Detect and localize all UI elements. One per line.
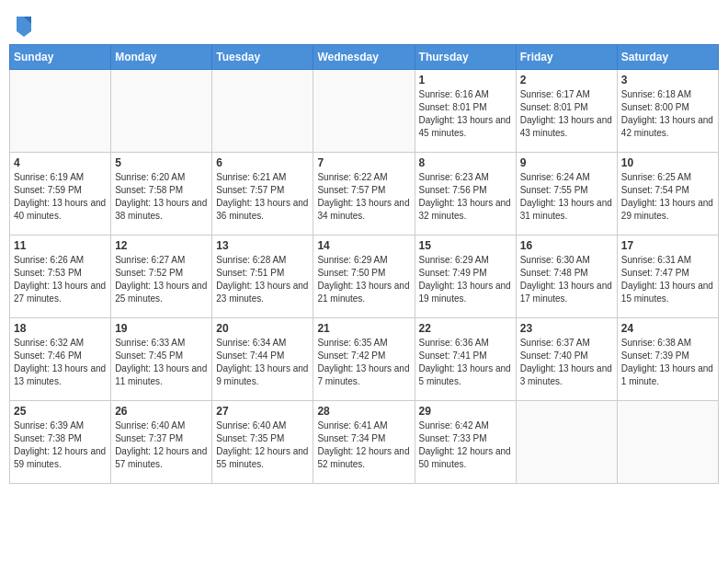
page-header [9, 9, 719, 39]
day-number: 16 [520, 239, 613, 252]
day-number: 25 [14, 405, 107, 418]
day-number: 10 [621, 156, 714, 169]
day-info: Sunrise: 6:38 AM Sunset: 7:39 PM Dayligh… [621, 337, 714, 388]
day-info: Sunrise: 6:39 AM Sunset: 7:38 PM Dayligh… [14, 419, 107, 471]
logo-icon [13, 13, 35, 39]
day-number: 3 [621, 74, 714, 86]
calendar-day-cell: 20Sunrise: 6:34 AM Sunset: 7:44 PM Dayli… [212, 318, 313, 401]
day-info: Sunrise: 6:22 AM Sunset: 7:57 PM Dayligh… [317, 171, 410, 223]
day-number: 6 [216, 156, 309, 169]
calendar-day-cell: 14Sunrise: 6:29 AM Sunset: 7:50 PM Dayli… [313, 236, 415, 318]
calendar-day-cell: 24Sunrise: 6:38 AM Sunset: 7:39 PM Dayli… [617, 318, 718, 401]
calendar-day-cell [212, 70, 313, 153]
day-of-week-header: Monday [111, 45, 212, 70]
day-info: Sunrise: 6:42 AM Sunset: 7:33 PM Dayligh… [419, 419, 512, 471]
days-of-week-row: SundayMondayTuesdayWednesdayThursdayFrid… [10, 45, 719, 70]
day-number: 22 [419, 322, 512, 335]
day-number: 26 [115, 405, 208, 418]
day-info: Sunrise: 6:40 AM Sunset: 7:35 PM Dayligh… [216, 419, 309, 471]
day-number: 13 [216, 239, 309, 252]
calendar-day-cell: 21Sunrise: 6:35 AM Sunset: 7:42 PM Dayli… [313, 318, 415, 401]
calendar-day-cell: 7Sunrise: 6:22 AM Sunset: 7:57 PM Daylig… [313, 153, 415, 236]
day-info: Sunrise: 6:32 AM Sunset: 7:46 PM Dayligh… [14, 337, 107, 388]
day-of-week-header: Thursday [415, 45, 516, 70]
calendar-day-cell: 1Sunrise: 6:16 AM Sunset: 8:01 PM Daylig… [415, 70, 516, 153]
day-info: Sunrise: 6:29 AM Sunset: 7:49 PM Dayligh… [419, 254, 512, 305]
day-number: 21 [317, 322, 410, 335]
day-number: 27 [216, 405, 309, 418]
calendar-day-cell: 9Sunrise: 6:24 AM Sunset: 7:55 PM Daylig… [516, 153, 617, 236]
day-number: 20 [216, 322, 309, 335]
day-number: 24 [621, 322, 714, 335]
calendar-day-cell [313, 70, 415, 153]
calendar-day-cell: 15Sunrise: 6:29 AM Sunset: 7:49 PM Dayli… [415, 236, 516, 318]
calendar-day-cell [10, 70, 111, 153]
day-number: 23 [520, 322, 613, 335]
calendar-week-row: 4Sunrise: 6:19 AM Sunset: 7:59 PM Daylig… [10, 153, 719, 236]
day-number: 9 [520, 156, 613, 169]
day-info: Sunrise: 6:36 AM Sunset: 7:41 PM Dayligh… [419, 337, 512, 388]
calendar-day-cell [111, 70, 212, 153]
day-info: Sunrise: 6:28 AM Sunset: 7:51 PM Dayligh… [216, 254, 309, 305]
calendar-day-cell: 26Sunrise: 6:40 AM Sunset: 7:37 PM Dayli… [111, 401, 212, 484]
day-info: Sunrise: 6:18 AM Sunset: 8:00 PM Dayligh… [621, 88, 714, 140]
logo [9, 13, 35, 39]
day-info: Sunrise: 6:33 AM Sunset: 7:45 PM Dayligh… [115, 337, 208, 388]
day-number: 18 [14, 322, 107, 335]
calendar-day-cell: 16Sunrise: 6:30 AM Sunset: 7:48 PM Dayli… [516, 236, 617, 318]
day-number: 2 [520, 74, 613, 86]
day-info: Sunrise: 6:35 AM Sunset: 7:42 PM Dayligh… [317, 337, 410, 388]
day-of-week-header: Saturday [617, 45, 718, 70]
calendar-week-row: 11Sunrise: 6:26 AM Sunset: 7:53 PM Dayli… [10, 236, 719, 318]
day-info: Sunrise: 6:25 AM Sunset: 7:54 PM Dayligh… [621, 171, 714, 223]
calendar-day-cell: 8Sunrise: 6:23 AM Sunset: 7:56 PM Daylig… [415, 153, 516, 236]
day-number: 14 [317, 239, 410, 252]
calendar-week-row: 1Sunrise: 6:16 AM Sunset: 8:01 PM Daylig… [10, 70, 719, 153]
calendar-day-cell: 5Sunrise: 6:20 AM Sunset: 7:58 PM Daylig… [111, 153, 212, 236]
day-of-week-header: Friday [516, 45, 617, 70]
calendar-body: 1Sunrise: 6:16 AM Sunset: 8:01 PM Daylig… [10, 70, 719, 484]
calendar-day-cell: 3Sunrise: 6:18 AM Sunset: 8:00 PM Daylig… [617, 70, 718, 153]
calendar-day-cell: 17Sunrise: 6:31 AM Sunset: 7:47 PM Dayli… [617, 236, 718, 318]
calendar-day-cell: 23Sunrise: 6:37 AM Sunset: 7:40 PM Dayli… [516, 318, 617, 401]
calendar-week-row: 25Sunrise: 6:39 AM Sunset: 7:38 PM Dayli… [10, 401, 719, 484]
day-info: Sunrise: 6:31 AM Sunset: 7:47 PM Dayligh… [621, 254, 714, 305]
day-info: Sunrise: 6:21 AM Sunset: 7:57 PM Dayligh… [216, 171, 309, 223]
day-number: 17 [621, 239, 714, 252]
calendar-week-row: 18Sunrise: 6:32 AM Sunset: 7:46 PM Dayli… [10, 318, 719, 401]
calendar-day-cell: 22Sunrise: 6:36 AM Sunset: 7:41 PM Dayli… [415, 318, 516, 401]
day-info: Sunrise: 6:19 AM Sunset: 7:59 PM Dayligh… [14, 171, 107, 223]
calendar-day-cell [617, 401, 718, 484]
day-number: 11 [14, 239, 107, 252]
calendar-day-cell: 19Sunrise: 6:33 AM Sunset: 7:45 PM Dayli… [111, 318, 212, 401]
day-number: 19 [115, 322, 208, 335]
calendar-table: SundayMondayTuesdayWednesdayThursdayFrid… [9, 44, 719, 484]
calendar-day-cell: 4Sunrise: 6:19 AM Sunset: 7:59 PM Daylig… [10, 153, 111, 236]
day-info: Sunrise: 6:26 AM Sunset: 7:53 PM Dayligh… [14, 254, 107, 305]
day-info: Sunrise: 6:40 AM Sunset: 7:37 PM Dayligh… [115, 419, 208, 471]
day-number: 15 [419, 239, 512, 252]
day-info: Sunrise: 6:27 AM Sunset: 7:52 PM Dayligh… [115, 254, 208, 305]
day-info: Sunrise: 6:24 AM Sunset: 7:55 PM Dayligh… [520, 171, 613, 223]
day-of-week-header: Wednesday [313, 45, 415, 70]
calendar-day-cell: 18Sunrise: 6:32 AM Sunset: 7:46 PM Dayli… [10, 318, 111, 401]
day-number: 1 [419, 74, 512, 86]
day-info: Sunrise: 6:23 AM Sunset: 7:56 PM Dayligh… [419, 171, 512, 223]
calendar-day-cell: 25Sunrise: 6:39 AM Sunset: 7:38 PM Dayli… [10, 401, 111, 484]
calendar-day-cell: 27Sunrise: 6:40 AM Sunset: 7:35 PM Dayli… [212, 401, 313, 484]
day-number: 28 [317, 405, 410, 418]
calendar-day-cell: 2Sunrise: 6:17 AM Sunset: 8:01 PM Daylig… [516, 70, 617, 153]
calendar-day-cell: 6Sunrise: 6:21 AM Sunset: 7:57 PM Daylig… [212, 153, 313, 236]
day-number: 29 [419, 405, 512, 418]
day-of-week-header: Sunday [10, 45, 111, 70]
day-info: Sunrise: 6:16 AM Sunset: 8:01 PM Dayligh… [419, 88, 512, 140]
calendar-day-cell: 29Sunrise: 6:42 AM Sunset: 7:33 PM Dayli… [415, 401, 516, 484]
day-number: 4 [14, 156, 107, 169]
calendar-day-cell: 13Sunrise: 6:28 AM Sunset: 7:51 PM Dayli… [212, 236, 313, 318]
day-info: Sunrise: 6:30 AM Sunset: 7:48 PM Dayligh… [520, 254, 613, 305]
day-number: 12 [115, 239, 208, 252]
day-number: 7 [317, 156, 410, 169]
calendar-day-cell: 11Sunrise: 6:26 AM Sunset: 7:53 PM Dayli… [10, 236, 111, 318]
day-info: Sunrise: 6:20 AM Sunset: 7:58 PM Dayligh… [115, 171, 208, 223]
day-info: Sunrise: 6:17 AM Sunset: 8:01 PM Dayligh… [520, 88, 613, 140]
